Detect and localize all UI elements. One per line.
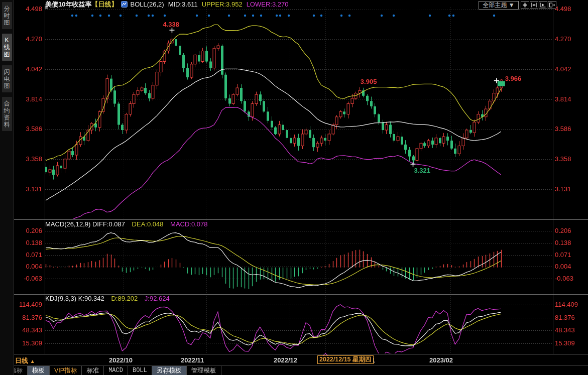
sidebar-item-3[interactable]: 合约资料 — [2, 97, 12, 131]
main-axis-label: 4.270 — [555, 35, 571, 43]
sidebar-item-1[interactable]: K线图 — [2, 34, 12, 61]
macd-macd-value: MACD:0.078 — [170, 220, 207, 228]
main-axis-label: 3.814 — [555, 95, 571, 103]
kdj-axis-label: 114.409 — [14, 301, 42, 308]
macd-axis-label: 0.206 — [555, 227, 571, 234]
chart-dates-divider — [0, 354, 588, 354]
macd-axis-label: 0.071 — [555, 251, 571, 259]
x-axis-date-label: 2022/11 — [181, 356, 204, 364]
crosshair-move-icon[interactable] — [521, 1, 529, 9]
macd-axis-label: 0.138 — [14, 239, 42, 246]
main-axis-label: 3.358 — [14, 155, 42, 163]
period-selector[interactable]: 日线 ▲ — [15, 356, 35, 365]
kdj-axis-label: 15.309 — [14, 339, 42, 347]
boll-indicator-name[interactable]: BOLL(26,2) — [130, 1, 164, 8]
x-axis-date-label: 2022/12 — [274, 356, 297, 364]
main-axis-label: 4.498 — [14, 5, 42, 13]
macd-pane-header: MACD(26,12,9) DIFF:0.087 DEA:0.048 MACD:… — [45, 221, 208, 228]
macd-dea-value: DEA:0.048 — [132, 220, 164, 228]
kdj-indicator-name[interactable]: KDJ(9,3,3) — [45, 295, 76, 302]
crosshair-date-tooltip: 2022/12/15 星期四 — [317, 355, 374, 364]
macd-axis-label: 0.004 — [14, 263, 42, 270]
sidebar-item-2[interactable]: 闪电图 — [2, 65, 12, 92]
bottom-tab-5[interactable]: BOLL — [128, 366, 152, 375]
line-chart-icon[interactable] — [121, 1, 128, 10]
macd-axis-label: 0.206 — [14, 227, 42, 234]
bottom-tab-2[interactable]: VIP指标 — [50, 366, 82, 375]
compress-horizontal-icon[interactable] — [530, 1, 538, 9]
macd-axis-label: -0.063 — [14, 275, 42, 282]
period-caret-icon: ▲ — [30, 358, 35, 364]
macd-axis-label: 0.071 — [14, 251, 42, 259]
instrument-title: 美债10年收益率 — [45, 1, 91, 8]
zoom-in-icon[interactable] — [539, 1, 547, 9]
kdj-axis-label: 48.343 — [555, 326, 575, 334]
macd-diff-value: DIFF:0.087 — [92, 220, 125, 228]
bottom-tab-1[interactable]: 模板 — [28, 366, 50, 375]
main-axis-label: 3.586 — [14, 125, 42, 133]
period-text: 日线 — [15, 357, 28, 364]
kdj-axis-label: 15.309 — [555, 339, 575, 347]
indicator-tab-bar: 指标模板VIP指标标准MACDBOLL另存模板管理模板 — [6, 366, 221, 375]
macd-axis-label: -0.063 — [555, 275, 573, 282]
macd-axis-label: 0.138 — [555, 239, 571, 246]
pan-right-icon[interactable] — [548, 1, 556, 9]
macd-axis-label: 0.004 — [555, 263, 571, 270]
theme-dropdown-button[interactable]: 全部主题 ▼ — [479, 1, 519, 10]
chart-canvas[interactable] — [0, 0, 588, 375]
kdj-d-value: D:89.202 — [111, 295, 138, 302]
kdj-axis-label: 81.376 — [14, 314, 42, 321]
kdj-j-value: J:92.624 — [145, 295, 170, 302]
price-annotation: 3.966 — [505, 75, 522, 82]
sidebar-item-0[interactable]: 分时图 — [2, 2, 12, 29]
main-axis-label: 4.042 — [555, 65, 571, 73]
x-axis-date-label: 2023/02 — [429, 356, 453, 364]
macd-indicator-name[interactable]: MACD(26,12,9) — [45, 220, 90, 228]
right-plot-border — [553, 7, 553, 354]
main-axis-label: 4.498 — [555, 5, 571, 13]
bottom-tab-3[interactable]: 标准 — [82, 366, 104, 375]
main-axis-label: 3.814 — [14, 95, 42, 103]
bottom-tab-7[interactable]: 管理模板 — [187, 366, 221, 375]
price-annotation: 3.321 — [414, 167, 431, 174]
boll-lower-value: LOWER:3.270 — [247, 1, 289, 8]
price-annotation: 3.905 — [361, 78, 377, 85]
trading-app-window: 分时图K线图闪电图合约资料 美债10年收益率【日线】BOLL(26,2)MID:… — [0, 0, 588, 375]
chart-type-sidebar: 分时图K线图闪电图合约资料 — [0, 0, 14, 375]
boll-mid-value: MID:3.611 — [168, 1, 198, 8]
x-axis-date-label: 2022/10 — [109, 356, 133, 364]
chart-header: 美债10年收益率【日线】BOLL(26,2)MID:3.611UPPER:3.9… — [45, 1, 288, 9]
main-axis-label: 3.358 — [555, 155, 571, 163]
period-tag: 【日线】 — [91, 1, 117, 8]
main-axis-label: 4.270 — [14, 35, 42, 43]
main-macd-divider — [14, 219, 588, 220]
bottom-tab-6[interactable]: 另存模板 — [152, 366, 187, 375]
kdj-axis-label: 114.409 — [555, 301, 578, 308]
kdj-pane-header: KDJ(9,3,3) K:90.342 D:89.202 J:92.624 — [45, 295, 170, 302]
boll-upper-value: UPPER:3.952 — [202, 1, 243, 8]
kdj-axis-label: 81.376 — [555, 314, 575, 321]
main-axis-label: 3.131 — [14, 185, 42, 193]
kdj-k-value: K:90.342 — [78, 295, 104, 302]
main-axis-label: 4.042 — [14, 65, 42, 73]
bottom-tab-4[interactable]: MACD — [104, 366, 128, 375]
main-axis-label: 3.586 — [555, 125, 571, 133]
price-annotation: 4.338 — [163, 21, 179, 28]
main-axis-label: 3.131 — [555, 185, 571, 193]
kdj-axis-label: 48.343 — [14, 326, 42, 334]
